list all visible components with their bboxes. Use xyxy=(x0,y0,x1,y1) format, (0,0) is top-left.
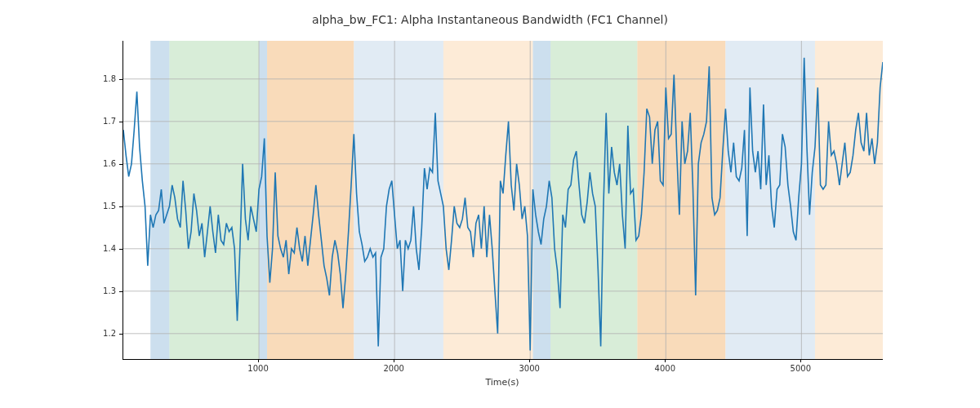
ytick xyxy=(119,249,122,250)
xtick-label: 4000 xyxy=(648,364,681,373)
background-span xyxy=(169,41,259,359)
ytick-label: 1.3 xyxy=(83,286,116,295)
background-span xyxy=(354,41,443,359)
xtick xyxy=(665,359,666,362)
ytick-label: 1.8 xyxy=(83,74,116,83)
ytick xyxy=(119,291,122,292)
xtick-label: 1000 xyxy=(242,364,274,373)
figure: alpha_bw_FC1: Alpha Instantaneous Bandwi… xyxy=(0,0,980,408)
ytick-label: 1.4 xyxy=(83,244,116,253)
chart-title: alpha_bw_FC1: Alpha Instantaneous Bandwi… xyxy=(0,13,980,26)
ytick-label: 1.6 xyxy=(83,159,116,168)
ytick xyxy=(119,164,122,165)
xtick xyxy=(258,359,259,362)
ytick xyxy=(119,334,122,335)
xtick xyxy=(394,359,394,362)
x-axis-label: Time(s) xyxy=(122,377,882,388)
background-span xyxy=(533,41,551,359)
ytick-label: 1.7 xyxy=(83,117,116,126)
plot-area xyxy=(122,41,883,360)
background-span xyxy=(443,41,533,359)
background-span xyxy=(267,41,354,359)
xtick xyxy=(529,359,530,362)
background-span xyxy=(815,41,883,359)
xtick-label: 3000 xyxy=(513,364,546,373)
ytick-label: 1.5 xyxy=(83,202,116,211)
plot-svg xyxy=(123,41,883,359)
ytick xyxy=(119,122,122,122)
xtick xyxy=(800,359,801,362)
xtick-label: 5000 xyxy=(784,364,817,373)
xtick-label: 2000 xyxy=(377,364,410,373)
ytick xyxy=(119,79,122,80)
ytick xyxy=(119,206,122,207)
ytick-label: 1.2 xyxy=(83,329,116,338)
